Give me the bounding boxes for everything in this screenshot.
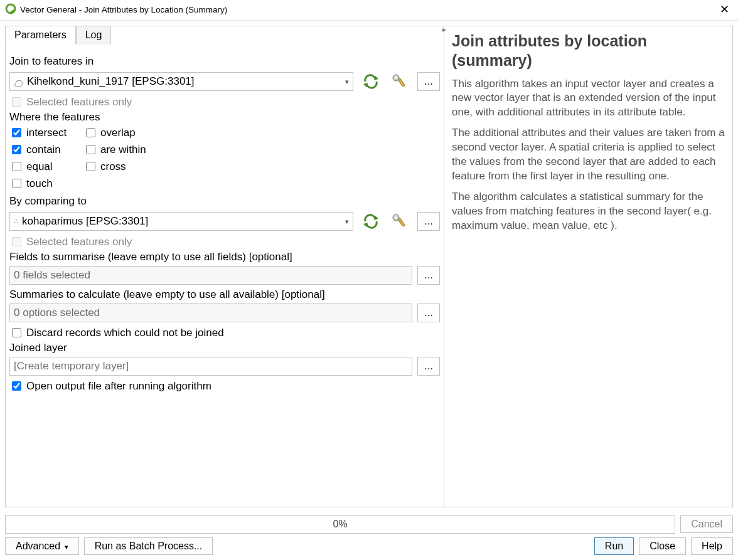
progress-bar: 0% xyxy=(5,515,675,534)
svg-point-6 xyxy=(395,77,397,79)
run-button[interactable]: Run xyxy=(594,537,634,555)
predicate-cross-label: cross xyxy=(100,161,126,173)
help-button[interactable]: Help xyxy=(691,537,733,555)
progress-text: 0% xyxy=(333,519,348,530)
browse-compare-button[interactable]: ... xyxy=(417,212,440,231)
chevron-down-icon: ▾ xyxy=(345,78,349,86)
predicate-are-within-label: are within xyxy=(100,144,146,156)
predicate-intersect[interactable]: intersect xyxy=(9,126,78,139)
predicate-intersect-checkbox[interactable] xyxy=(12,128,21,137)
svg-marker-2 xyxy=(14,80,23,87)
parameters-body: Join to features in Kihelkond_kuni_1917 … xyxy=(6,50,444,507)
tab-log[interactable]: Log xyxy=(76,26,112,45)
predicate-touch-label: touch xyxy=(26,177,53,190)
predicate-equal[interactable]: equal xyxy=(9,160,78,173)
predicate-touch-checkbox[interactable] xyxy=(12,179,21,188)
predicate-overlap[interactable]: overlap xyxy=(83,126,440,139)
help-paragraph-1: This algorithm takes an input vector lay… xyxy=(452,77,725,120)
tab-bar: Parameters Log xyxy=(5,26,111,45)
discard-checkbox[interactable] xyxy=(12,328,21,337)
close-button[interactable]: Close xyxy=(639,537,686,555)
browse-summaries-button[interactable]: ... xyxy=(417,304,440,322)
open-output-label: Open output file after running algorithm xyxy=(26,380,211,393)
combo-compare[interactable]: ∴ kohaparimus [EPSG:3301] ▾ xyxy=(9,212,353,231)
predicate-cross-checkbox[interactable] xyxy=(86,162,95,171)
advanced-button-label: Advanced xyxy=(16,541,60,551)
predicate-are-within[interactable]: are within xyxy=(83,143,440,156)
point-layer-icon: ∴ xyxy=(14,217,19,226)
joined-layer-input[interactable] xyxy=(9,357,412,376)
combo-join-to[interactable]: Kihelkond_kuni_1917 [EPSG:3301] ▾ xyxy=(9,72,353,91)
label-joined-layer: Joined layer xyxy=(9,342,440,354)
open-output-checkbox[interactable] xyxy=(12,381,21,391)
help-paragraph-3: The algorithm calculates a statistical s… xyxy=(452,190,725,233)
help-paragraph-2: The additional attributes and their valu… xyxy=(452,126,725,184)
combo-join-to-value: Kihelkond_kuni_1917 [EPSG:3301] xyxy=(27,75,195,88)
help-title: Join attributes by location (summary) xyxy=(452,31,725,71)
browse-joined-layer-button[interactable]: ... xyxy=(417,357,440,376)
bottom-area: 0% Cancel Advanced ▾ Run as Batch Proces… xyxy=(0,512,738,560)
window-title: Vector General - Join Attributes by Loca… xyxy=(20,5,227,14)
run-batch-button[interactable]: Run as Batch Process... xyxy=(84,537,213,555)
cancel-button: Cancel xyxy=(680,515,733,533)
predicate-touch[interactable]: touch xyxy=(9,177,78,190)
advanced-button[interactable]: Advanced ▾ xyxy=(5,537,79,555)
predicate-contain[interactable]: contain xyxy=(9,143,78,156)
label-join-to: Join to features in xyxy=(9,55,440,68)
chevron-down-icon: ▾ xyxy=(65,543,68,551)
tab-parameters[interactable]: Parameters xyxy=(5,26,76,45)
label-summaries: Summaries to calculate (leave empty to u… xyxy=(9,288,440,301)
summaries-value[interactable]: 0 options selected xyxy=(9,304,412,322)
label-fields: Fields to summarise (leave empty to use … xyxy=(9,251,440,263)
predicate-contain-checkbox[interactable] xyxy=(12,145,21,154)
main-area: Parameters Log ▸ Join to features in Kih… xyxy=(0,21,738,512)
help-pane: Join attributes by location (summary) Th… xyxy=(444,26,733,507)
selected-only-2-checkbox xyxy=(12,237,21,246)
selected-only-1-checkbox xyxy=(12,97,21,107)
browse-fields-button[interactable]: ... xyxy=(417,266,440,285)
predicate-equal-checkbox[interactable] xyxy=(12,162,21,171)
title-bar: Vector General - Join Attributes by Loca… xyxy=(0,0,738,21)
label-where: Where the features xyxy=(9,111,440,124)
predicate-intersect-label: intersect xyxy=(26,127,67,139)
predicate-overlap-checkbox[interactable] xyxy=(86,128,95,137)
open-output-row[interactable]: Open output file after running algorithm xyxy=(9,379,440,393)
iterate-button[interactable] xyxy=(360,70,382,93)
browse-join-to-button[interactable]: ... xyxy=(417,72,440,91)
iterate-button-2[interactable] xyxy=(360,210,382,233)
svg-rect-7 xyxy=(398,78,405,87)
app-icon xyxy=(5,3,16,16)
predicate-equal-label: equal xyxy=(26,161,53,173)
predicate-cross[interactable]: cross xyxy=(83,160,440,173)
svg-rect-12 xyxy=(398,218,405,227)
selected-only-2-label: Selected features only xyxy=(26,236,132,248)
predicate-are-within-checkbox[interactable] xyxy=(86,145,95,154)
advanced-options-button-2[interactable] xyxy=(388,210,411,233)
selected-only-1: Selected features only xyxy=(9,95,440,108)
chevron-down-icon: ▾ xyxy=(345,218,349,226)
svg-point-11 xyxy=(395,216,397,219)
label-compare: By comparing to xyxy=(9,195,440,208)
polygon-layer-icon xyxy=(14,78,24,85)
selected-only-1-label: Selected features only xyxy=(26,96,132,108)
selected-only-2: Selected features only xyxy=(9,235,440,248)
fields-value[interactable]: 0 fields selected xyxy=(9,266,412,285)
predicate-overlap-label: overlap xyxy=(100,127,136,139)
predicate-contain-label: contain xyxy=(26,144,61,156)
predicate-grid: intersect overlap contain are within equ… xyxy=(9,126,440,190)
discard-row[interactable]: Discard records which could not be joine… xyxy=(9,326,440,339)
close-icon[interactable]: ✕ xyxy=(716,3,733,16)
discard-label: Discard records which could not be joine… xyxy=(26,327,224,339)
left-pane: Parameters Log ▸ Join to features in Kih… xyxy=(5,26,444,507)
pane-collapse-icon[interactable]: ▸ xyxy=(442,25,446,34)
advanced-options-button[interactable] xyxy=(388,70,411,93)
combo-compare-value: kohaparimus [EPSG:3301] xyxy=(22,215,148,228)
